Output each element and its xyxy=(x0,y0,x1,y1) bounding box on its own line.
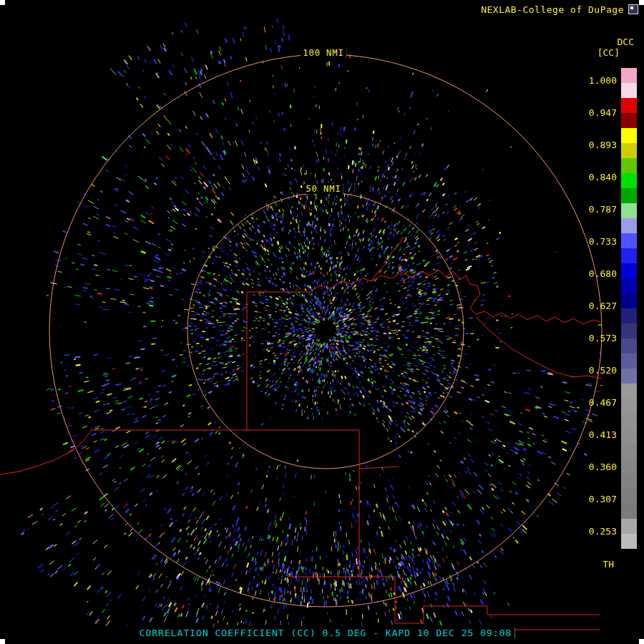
radar-canvas xyxy=(0,0,644,644)
radar-display: NEXLAB-College of DuPage DCC [CC] 1.0000… xyxy=(0,0,644,644)
